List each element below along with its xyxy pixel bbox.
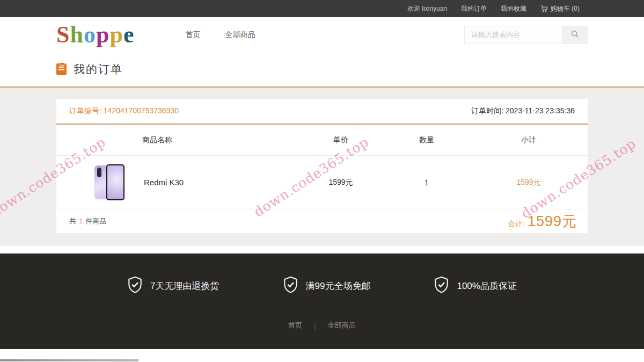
cart-icon bbox=[540, 5, 548, 12]
logo-letter: o bbox=[84, 21, 96, 48]
order-page: 欢迎 lixinyuan 我的订单 我的收藏 购物车 (0) Shoppe 首页… bbox=[0, 0, 644, 362]
topbar-cart-link[interactable]: 购物车 (0) bbox=[540, 4, 580, 13]
page-title-row: 我的订单 bbox=[0, 52, 644, 88]
order-time: 订单时间: 2023-11-23 23:35:36 bbox=[471, 106, 575, 116]
item-count-number: 1 bbox=[79, 217, 83, 225]
logo-letter: p bbox=[96, 21, 109, 48]
product-quantity: 1 bbox=[384, 178, 470, 187]
order-number: 订单编号: 142041700753736930 bbox=[69, 106, 179, 116]
order-total: 合计: 1599元 bbox=[508, 212, 577, 231]
item-count-suffix: 件商品 bbox=[85, 216, 106, 226]
topbar: 欢迎 lixinyuan 我的订单 我的收藏 购物车 (0) bbox=[0, 0, 644, 17]
topbar-my-orders-link[interactable]: 我的订单 bbox=[461, 4, 487, 13]
search-input[interactable] bbox=[464, 26, 562, 44]
shield-check-icon bbox=[434, 276, 449, 296]
page-title: 我的订单 bbox=[74, 62, 123, 77]
logo-letter: e bbox=[123, 21, 135, 48]
logo-letter: p bbox=[109, 21, 123, 48]
product-name: Redmi K30 bbox=[144, 178, 184, 187]
service-item-quality: 100%品质保证 bbox=[434, 276, 516, 296]
cart-label: 购物车 (0) bbox=[551, 4, 580, 13]
product-subtotal: 1599元 bbox=[470, 178, 588, 187]
column-header-quantity: 数量 bbox=[384, 135, 470, 145]
item-count: 共 1 件商品 bbox=[69, 216, 106, 226]
nav-home-link[interactable]: 首页 bbox=[185, 30, 200, 40]
shield-check-icon bbox=[127, 276, 143, 296]
spacer-strip bbox=[0, 246, 644, 254]
shield-check-icon bbox=[283, 276, 298, 296]
service-guarantees: 7天无理由退换货 满99元全场免邮 100%品质 bbox=[0, 254, 644, 296]
order-header: 订单编号: 142041700753736930 订单时间: 2023-11-2… bbox=[56, 99, 588, 125]
table-row: Redmi K30 1599元 1 1599元 bbox=[56, 156, 588, 209]
table-header-row: 商品名称 单价 数量 小计 bbox=[56, 125, 588, 156]
site-footer: 7天无理由退换货 满99元全场免邮 100%品质 bbox=[0, 254, 644, 349]
product-image bbox=[90, 163, 128, 202]
product-unit-price: 1599元 bbox=[298, 178, 384, 187]
footer-all-products-link[interactable]: 全部商品 bbox=[328, 321, 356, 330]
site-header: Shoppe 首页 全部商品 bbox=[0, 17, 644, 52]
nav-all-products-link[interactable]: 全部商品 bbox=[225, 30, 255, 40]
service-label: 100%品质保证 bbox=[457, 280, 516, 292]
main-nav: 首页 全部商品 bbox=[185, 30, 255, 40]
footer-link-separator: | bbox=[314, 322, 316, 330]
logo-letter: h bbox=[70, 21, 83, 48]
topbar-my-favorites-link[interactable]: 我的收藏 bbox=[501, 4, 526, 13]
logo-letter: S bbox=[56, 21, 70, 48]
welcome-user-text: 欢迎 lixinyuan bbox=[407, 4, 447, 13]
order-summary-row: 共 1 件商品 合计: 1599元 bbox=[56, 209, 588, 233]
column-header-product-name: 商品名称 bbox=[56, 135, 298, 145]
search-bar bbox=[464, 26, 588, 44]
search-button[interactable] bbox=[562, 26, 588, 44]
total-value: 1599元 bbox=[528, 212, 577, 231]
order-card: 订单编号: 142041700753736930 订单时间: 2023-11-2… bbox=[56, 99, 588, 233]
item-count-prefix: 共 bbox=[69, 216, 76, 226]
bottom-strip bbox=[0, 349, 644, 362]
service-item-free-shipping: 满99元全场免邮 bbox=[283, 276, 371, 296]
main-content: 订单编号: 142041700753736930 订单时间: 2023-11-2… bbox=[0, 88, 644, 246]
search-icon bbox=[570, 30, 579, 40]
column-header-unit-price: 单价 bbox=[298, 135, 384, 145]
taskbar-edge bbox=[0, 359, 138, 361]
order-list-icon bbox=[56, 63, 67, 75]
service-item-returns: 7天无理由退换货 bbox=[127, 276, 219, 296]
total-label: 合计: bbox=[508, 219, 524, 229]
footer-home-link[interactable]: 首页 bbox=[288, 321, 302, 330]
footer-links: 首页 | 全部商品 bbox=[0, 321, 644, 330]
service-label: 满99元全场免邮 bbox=[306, 280, 371, 292]
shoppe-logo[interactable]: Shoppe bbox=[56, 23, 134, 47]
service-label: 7天无理由退换货 bbox=[150, 280, 219, 292]
column-header-subtotal: 小计 bbox=[470, 135, 588, 145]
